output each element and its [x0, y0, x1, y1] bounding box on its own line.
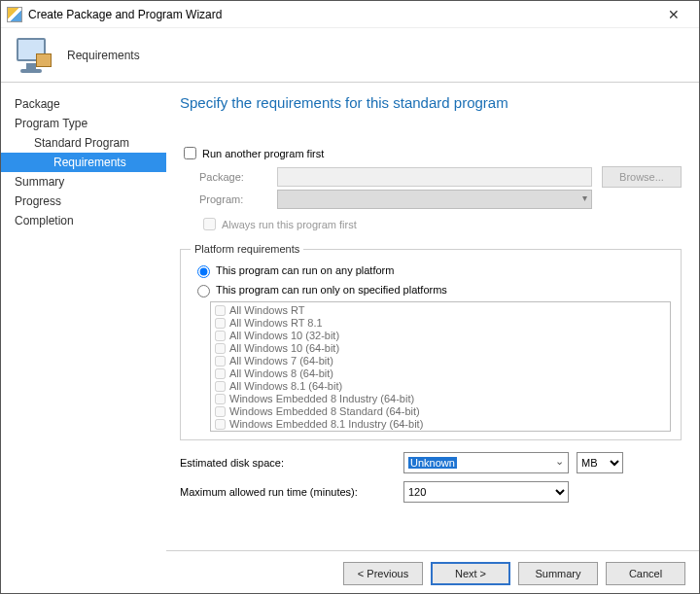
wizard-nav: Package Program Type Standard Program Re… — [1, 83, 166, 594]
next-button[interactable]: Next > — [431, 562, 510, 585]
list-item: Windows Embedded 8 Industry (64-bit) — [213, 393, 668, 405]
wizard-content: Specify the requirements for this standa… — [166, 83, 699, 594]
platform-checkbox — [215, 331, 226, 341]
platform-item-label: All Windows RT — [229, 304, 304, 317]
platform-checkbox — [215, 318, 226, 329]
list-item: All Windows 7 (64-bit) — [213, 355, 668, 367]
disk-space-label: Estimated disk space: — [180, 457, 403, 469]
platform-item-label: All Windows 8.1 (64-bit) — [229, 380, 342, 393]
always-run-checkbox — [203, 218, 216, 230]
platform-specified-radio[interactable] — [197, 285, 210, 297]
platform-checkbox — [215, 381, 226, 392]
list-item: All Windows RT 8.1 — [213, 317, 668, 330]
platform-any-radio[interactable] — [197, 265, 210, 278]
platform-legend: Platform requirements — [191, 243, 303, 255]
previous-button[interactable]: < Previous — [343, 562, 423, 585]
list-item: Windows Embedded 8 Standard (64-bit) — [213, 405, 668, 418]
platform-item-label: Windows Embedded 8.1 Industry (64-bit) — [229, 418, 423, 431]
nav-summary[interactable]: Summary — [1, 172, 166, 192]
nav-progress[interactable]: Progress — [1, 192, 166, 211]
wizard-footer: < Previous Next > Summary Cancel — [166, 550, 699, 594]
summary-button[interactable]: Summary — [518, 562, 598, 585]
platform-item-label: All Windows 10 (64-bit) — [229, 342, 339, 355]
platform-item-label: Windows Embedded 8 Standard (64-bit) — [229, 405, 420, 418]
program-label: Program: — [199, 193, 277, 205]
platform-checkbox — [215, 343, 226, 354]
platform-checkbox — [215, 394, 226, 404]
nav-program-type[interactable]: Program Type — [1, 114, 166, 133]
wizard-header: Requirements — [1, 28, 699, 83]
platform-checkbox — [215, 305, 226, 316]
platform-checkbox — [215, 356, 226, 367]
nav-requirements[interactable]: Requirements — [1, 153, 166, 172]
runtime-label: Maximum allowed run time (minutes): — [180, 486, 403, 498]
list-item: All Windows 10 (32-bit) — [213, 330, 668, 342]
list-item: All Windows 8 (64-bit) — [213, 367, 668, 380]
wizard-icon — [15, 36, 53, 75]
run-first-checkbox[interactable] — [184, 147, 196, 159]
close-button[interactable]: ✕ — [654, 1, 693, 28]
run-first-label: Run another program first — [202, 148, 324, 159]
package-label: Package: — [199, 171, 277, 183]
package-input — [277, 167, 592, 187]
list-item: All Windows 10 (64-bit) — [213, 342, 668, 355]
runtime-select[interactable]: 120 — [403, 481, 569, 503]
disk-space-unit[interactable]: MB — [577, 452, 623, 473]
list-item: All Windows RT — [213, 304, 668, 317]
platform-item-label: All Windows RT 8.1 — [229, 317, 323, 330]
platform-checkbox — [215, 406, 226, 417]
nav-package[interactable]: Package — [1, 94, 166, 114]
platform-item-label: All Windows 8 (64-bit) — [229, 367, 333, 380]
page-heading: Specify the requirements for this standa… — [180, 94, 682, 111]
nav-standard-program[interactable]: Standard Program — [1, 133, 166, 153]
platform-list[interactable]: All Windows RT All Windows RT 8.1 All Wi… — [210, 301, 671, 432]
list-item: Windows Embedded 8.1 Industry (64-bit) — [213, 418, 668, 431]
platform-item-label: All Windows 7 (64-bit) — [229, 355, 333, 367]
platform-any-label: This program can run on any platform — [216, 264, 394, 276]
platform-item-label: All Windows 10 (32-bit) — [229, 330, 339, 342]
platform-checkbox — [215, 419, 226, 430]
title-bar: Create Package and Program Wizard ✕ — [1, 1, 699, 28]
program-select — [277, 190, 592, 209]
nav-completion[interactable]: Completion — [1, 211, 166, 230]
platform-checkbox — [215, 368, 226, 379]
platform-item-label: Windows Embedded 8 Industry (64-bit) — [229, 393, 414, 405]
disk-space-value: Unknown — [408, 457, 457, 469]
platform-specified-label: This program can run only on specified p… — [216, 284, 447, 296]
always-run-label: Always run this program first — [222, 219, 357, 230]
cancel-button[interactable]: Cancel — [606, 562, 685, 585]
window-title: Create Package and Program Wizard — [28, 8, 654, 21]
wizard-section-title: Requirements — [67, 49, 140, 62]
browse-button: Browse... — [602, 166, 682, 188]
platform-fieldset: Platform requirements This program can r… — [180, 243, 682, 440]
app-icon — [7, 7, 22, 22]
disk-space-combo[interactable]: Unknown — [403, 452, 569, 473]
list-item: All Windows 8.1 (64-bit) — [213, 380, 668, 393]
